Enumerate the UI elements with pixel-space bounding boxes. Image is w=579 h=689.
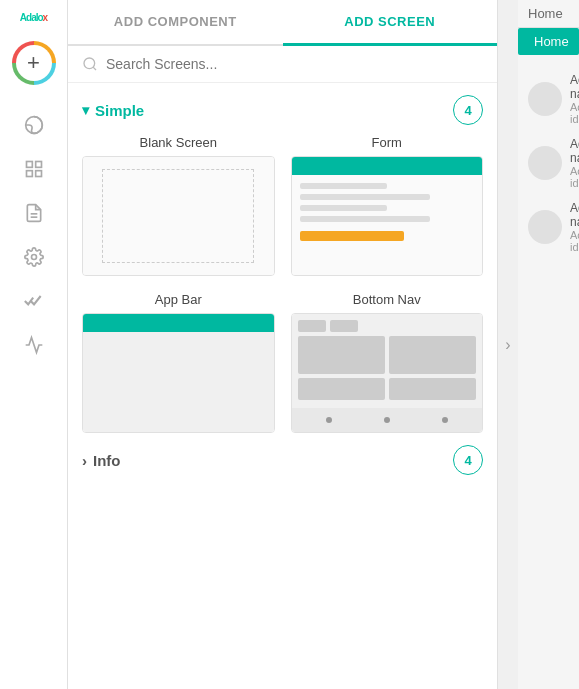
- bottomnav-screen-thumb: [291, 313, 484, 433]
- info-section-header[interactable]: › Info 4: [82, 433, 483, 487]
- bottomnav-thumb-nav: [292, 408, 483, 432]
- nav-dot-2: [384, 417, 390, 423]
- appbar-screen-thumb: [82, 313, 275, 433]
- simple-label: Simple: [95, 102, 144, 119]
- form-thumb-body: [292, 175, 483, 275]
- form-screen-item[interactable]: Form: [291, 135, 484, 276]
- avatar-2: [528, 146, 562, 180]
- bn-cell-4: [389, 336, 476, 374]
- svg-line-9: [93, 67, 96, 70]
- palette-icon[interactable]: [14, 105, 54, 145]
- search-icon: [82, 56, 98, 72]
- account-info-2: Account name Account id: [570, 137, 579, 189]
- simple-section-header: ▾ Simple 4: [82, 83, 483, 135]
- right-content: Account name Account id Account name Acc…: [518, 55, 579, 689]
- blank-screen-thumb: [82, 156, 275, 276]
- avatar-1: [528, 82, 562, 116]
- appbar-screen-label: App Bar: [155, 292, 202, 307]
- form-line-4: [300, 216, 431, 222]
- sidebar: Adalox +: [0, 0, 68, 689]
- search-input[interactable]: [106, 56, 483, 72]
- check-icon[interactable]: [14, 281, 54, 321]
- add-screen-panel: ADD COMPONENT ADD SCREEN ▾ Simple 4 Blan…: [68, 0, 498, 689]
- bottomnav-screen-item[interactable]: Bottom Nav: [291, 292, 484, 433]
- data-icon[interactable]: [14, 193, 54, 233]
- screens-list: ▾ Simple 4 Blank Screen Form: [68, 83, 497, 689]
- bottomnav-screen-label: Bottom Nav: [353, 292, 421, 307]
- blank-screen-item[interactable]: Blank Screen: [82, 135, 275, 276]
- svg-point-8: [84, 58, 95, 69]
- right-topbar: Home: [518, 0, 579, 28]
- blank-screen-inner: [102, 169, 254, 263]
- account-name-2: Account name: [570, 137, 579, 165]
- tab-add-screen[interactable]: ADD SCREEN: [283, 0, 498, 46]
- svg-rect-3: [26, 171, 32, 177]
- account-item-1: Account name Account id: [528, 73, 569, 125]
- right-panel: Home Home Account name Account id Accoun…: [518, 0, 579, 689]
- svg-rect-1: [26, 162, 32, 168]
- bn-cell-2: [330, 320, 358, 332]
- bn-cell-3: [298, 336, 385, 374]
- logo-text: Adalo: [20, 12, 43, 23]
- breadcrumb: Home: [528, 6, 563, 21]
- account-id-3: Account id: [570, 229, 579, 253]
- form-thumb-bar: [292, 157, 483, 175]
- chevron-down-icon: ▾: [82, 102, 89, 118]
- form-line-2: [300, 194, 431, 200]
- home-nav-button[interactable]: Home: [518, 28, 579, 55]
- account-item-2: Account name Account id: [528, 137, 569, 189]
- account-info-3: Account name Account id: [570, 201, 579, 253]
- tab-bar: ADD COMPONENT ADD SCREEN: [68, 0, 497, 46]
- info-section-count: 4: [453, 445, 483, 475]
- logo-suffix: x: [43, 12, 48, 23]
- nav-dot-1: [326, 417, 332, 423]
- account-info-1: Account name Account id: [570, 73, 579, 125]
- chart-icon[interactable]: [14, 325, 54, 365]
- account-name-3: Account name: [570, 201, 579, 229]
- bn-cell-5: [298, 378, 385, 400]
- bn-cell-1: [298, 320, 326, 332]
- nav-dot-3: [442, 417, 448, 423]
- form-line-1: [300, 183, 387, 189]
- form-thumb-btn: [300, 231, 405, 241]
- bottomnav-thumb-body: [292, 314, 483, 408]
- form-screen-label: Form: [372, 135, 402, 150]
- search-bar: [68, 46, 497, 83]
- blank-screen-label: Blank Screen: [140, 135, 217, 150]
- appbar-thumb-body: [83, 332, 274, 432]
- account-item-3: Account name Account id: [528, 201, 569, 253]
- svg-rect-2: [35, 162, 41, 168]
- expand-arrow[interactable]: ›: [498, 0, 518, 689]
- info-section-title: › Info: [82, 452, 121, 469]
- logo: Adalox: [20, 12, 47, 23]
- svg-rect-4: [35, 171, 41, 177]
- account-id-2: Account id: [570, 165, 579, 189]
- layers-icon[interactable]: [14, 149, 54, 189]
- account-name-1: Account name: [570, 73, 579, 101]
- info-label: Info: [93, 452, 121, 469]
- simple-section-title[interactable]: ▾ Simple: [82, 102, 144, 119]
- form-screen-thumb: [291, 156, 484, 276]
- account-list: Account name Account id Account name Acc…: [528, 73, 569, 253]
- add-icon: +: [16, 45, 52, 81]
- account-id-1: Account id: [570, 101, 579, 125]
- simple-section-count: 4: [453, 95, 483, 125]
- svg-point-7: [31, 255, 36, 260]
- simple-screens-grid: Blank Screen Form: [82, 135, 483, 433]
- avatar-3: [528, 210, 562, 244]
- form-line-3: [300, 205, 387, 211]
- tab-add-component[interactable]: ADD COMPONENT: [68, 0, 283, 44]
- chevron-right-icon: ›: [82, 452, 87, 469]
- appbar-thumb-bar: [83, 314, 274, 332]
- appbar-screen-item[interactable]: App Bar: [82, 292, 275, 433]
- add-component-button[interactable]: +: [12, 41, 56, 85]
- settings-icon[interactable]: [14, 237, 54, 277]
- bn-cell-6: [389, 378, 476, 400]
